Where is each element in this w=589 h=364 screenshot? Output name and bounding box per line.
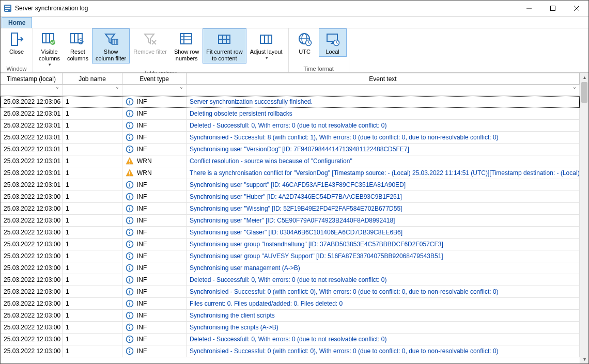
svg-rect-8 bbox=[11, 33, 18, 45]
cell-event-text: Synchronising user "Meier" [ID: C5E90F79… bbox=[187, 215, 580, 226]
table-row[interactable]: 25.03.2022 12:03:011INFSynchronising use… bbox=[1, 179, 580, 191]
svg-rect-16 bbox=[112, 39, 118, 44]
table-row[interactable]: 25.03.2022 12:03:011INFSynchronisied - S… bbox=[1, 132, 580, 144]
grid-area: Timestamp (local) Job name Event type Ev… bbox=[1, 73, 588, 363]
svg-rect-100 bbox=[129, 327, 130, 329]
cell-timestamp: 25.03.2022 12:03:00 bbox=[1, 345, 63, 357]
info-icon bbox=[126, 204, 134, 213]
table-row[interactable]: 25.03.2022 12:03:001INFSynchronising use… bbox=[1, 203, 580, 215]
cell-event-type: INF bbox=[122, 191, 187, 202]
table-row[interactable]: 25.03.2022 12:03:001INFSynchronising the… bbox=[1, 322, 580, 334]
table-row[interactable]: 25.03.2022 12:03:001INFSynchronising use… bbox=[1, 191, 580, 203]
cell-event-text: Conflict resolution - source wins becaus… bbox=[187, 155, 580, 167]
window: Server synchronization log Home Close Wi… bbox=[0, 0, 589, 364]
table-row[interactable]: 25.03.2022 12:03:001INFSynchronising use… bbox=[1, 250, 580, 262]
table-row[interactable]: 25.03.2022 12:03:011INFDeleting obsolete… bbox=[1, 108, 580, 120]
table-row[interactable]: 25.03.2022 12:03:001INFSynchronising the… bbox=[1, 310, 580, 322]
event-level-label: INF bbox=[137, 122, 147, 129]
header-timestamp[interactable]: Timestamp (local) bbox=[1, 73, 63, 84]
table-row[interactable]: 25.03.2022 12:03:001INFSynchronising use… bbox=[1, 227, 580, 239]
event-level-label: INF bbox=[137, 134, 147, 141]
cell-job: 1 bbox=[63, 322, 122, 333]
funnel-remove-icon bbox=[143, 31, 158, 48]
fit-row-button[interactable]: Fit current row to content bbox=[203, 28, 246, 64]
svg-rect-54 bbox=[129, 137, 130, 139]
adjust-layout-button[interactable]: Adjust layout▾ bbox=[246, 28, 286, 62]
cell-event-text: Synchronising user "VersionDog" [ID: 7F9… bbox=[187, 144, 580, 155]
window-controls bbox=[517, 1, 588, 16]
svg-rect-76 bbox=[129, 232, 130, 234]
visible-columns-button[interactable]: Visible columns▾ bbox=[35, 28, 64, 69]
event-level-label: INF bbox=[137, 146, 147, 153]
close-button[interactable] bbox=[565, 1, 588, 16]
svg-rect-88 bbox=[129, 279, 130, 282]
table-row[interactable]: 25.03.2022 12:03:011WRNThere is a synchr… bbox=[1, 167, 580, 179]
cell-timestamp: 25.03.2022 12:03:00 bbox=[1, 322, 63, 333]
vertical-scrollbar[interactable]: ▴ ▾ bbox=[580, 73, 588, 363]
header-job[interactable]: Job name bbox=[63, 73, 122, 84]
cell-event-type: INF bbox=[122, 132, 187, 143]
info-icon bbox=[126, 181, 134, 189]
table-row[interactable]: 25.03.2022 12:03:001INFSynchronising use… bbox=[1, 262, 580, 274]
cell-event-type: INF bbox=[122, 108, 187, 119]
maximize-button[interactable] bbox=[541, 1, 565, 16]
svg-rect-74 bbox=[129, 218, 130, 219]
cell-event-text: Synchronising user "Wissing" [ID: 52F19B… bbox=[187, 203, 580, 214]
tab-home[interactable]: Home bbox=[2, 17, 32, 28]
filter-event-text[interactable]: ˅ bbox=[187, 85, 580, 96]
scroll-thumb[interactable] bbox=[581, 82, 587, 103]
scroll-up-icon[interactable]: ▴ bbox=[580, 73, 588, 82]
event-level-label: INF bbox=[137, 288, 147, 295]
cell-event-type: INF bbox=[122, 334, 187, 345]
filter-job[interactable]: ˅ bbox=[63, 85, 122, 96]
event-level-label: INF bbox=[137, 252, 147, 260]
close-window-button[interactable]: Close bbox=[3, 28, 30, 57]
table-row[interactable]: 25.03.2022 12:03:001INFDeleted - Success… bbox=[1, 274, 580, 286]
info-icon bbox=[126, 133, 134, 141]
info-icon bbox=[126, 228, 134, 236]
cell-job: 1 bbox=[63, 108, 122, 119]
table-reset-icon bbox=[70, 31, 85, 48]
cell-event-text: Synchronisied - Successful: 0 (with conf… bbox=[187, 345, 580, 357]
remove-filter-button[interactable]: Remove filter bbox=[130, 28, 171, 57]
filter-event-type[interactable]: ˅ bbox=[122, 85, 187, 96]
svg-rect-83 bbox=[129, 254, 130, 255]
table-row[interactable]: 25.03.2022 12:03:001INFSynchronising use… bbox=[1, 215, 580, 227]
show-row-numbers-button[interactable]: Show row numbers bbox=[171, 28, 203, 64]
svg-rect-103 bbox=[129, 339, 130, 341]
cell-event-text: Synchronising the client scripts bbox=[187, 310, 580, 321]
local-button[interactable]: Local bbox=[319, 28, 347, 57]
table-row[interactable]: 25.03.2022 12:03:011INFSynchronising use… bbox=[1, 144, 580, 155]
scroll-down-icon[interactable]: ▾ bbox=[580, 355, 588, 363]
table-row[interactable]: 25.03.2022 12:03:001INFSynchronising use… bbox=[1, 239, 580, 250]
svg-rect-94 bbox=[129, 303, 130, 306]
table-row[interactable]: 25.03.2022 12:03:001INFFiles current: 0.… bbox=[1, 298, 580, 310]
table-row[interactable]: 25.03.2022 12:03:001INFDeleted - Success… bbox=[1, 334, 580, 345]
header-event-type[interactable]: Event type bbox=[122, 73, 187, 84]
svg-rect-45 bbox=[129, 101, 130, 104]
table-row[interactable]: 25.03.2022 12:03:001INFSynchronisied - S… bbox=[1, 345, 580, 357]
globe-clock-icon bbox=[298, 31, 312, 48]
cell-job: 1 bbox=[63, 167, 122, 179]
cell-timestamp: 25.03.2022 12:03:00 bbox=[1, 286, 63, 297]
titlebar: Server synchronization log bbox=[1, 1, 588, 16]
svg-rect-46 bbox=[129, 100, 130, 101]
cell-job: 1 bbox=[63, 132, 122, 143]
reset-columns-button[interactable]: Reset columns bbox=[64, 28, 92, 64]
utc-button[interactable]: UTC bbox=[291, 28, 319, 57]
cell-job: 1 bbox=[63, 155, 122, 167]
svg-rect-13 bbox=[71, 34, 82, 43]
cell-event-text: Synchronising the scripts (A->B) bbox=[187, 322, 580, 333]
table-row[interactable]: 25.03.2022 12:03:001INFSynchronisied - S… bbox=[1, 286, 580, 298]
table-row[interactable]: 25.03.2022 12:03:011WRNConflict resoluti… bbox=[1, 155, 580, 167]
filter-timestamp[interactable]: ˅ bbox=[1, 85, 63, 96]
event-level-label: INF bbox=[137, 324, 147, 331]
show-column-filter-button[interactable]: Show column filter bbox=[92, 28, 130, 64]
cell-event-type: INF bbox=[122, 322, 187, 333]
info-icon bbox=[126, 347, 134, 355]
table-row[interactable]: 25.03.2022 12:03:061INFServer synchroniz… bbox=[1, 96, 580, 108]
chevron-down-icon: ˅ bbox=[116, 87, 119, 94]
table-row[interactable]: 25.03.2022 12:03:011INFDeleted - Success… bbox=[1, 120, 580, 132]
header-event-text[interactable]: Event text bbox=[187, 73, 580, 84]
minimize-button[interactable] bbox=[517, 1, 541, 16]
